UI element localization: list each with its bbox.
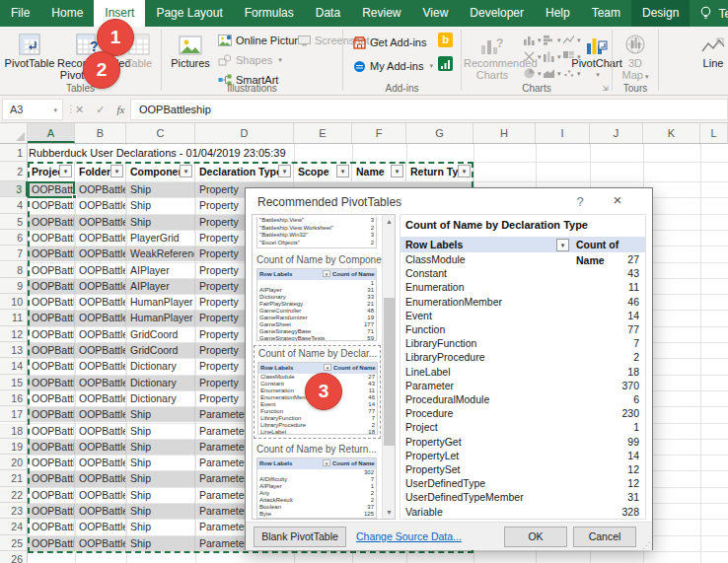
filter-dropdown-icon[interactable]: ▾ — [458, 165, 471, 177]
tab-developer[interactable]: Developer — [459, 0, 535, 27]
row-labels-filter-icon[interactable]: ▾ — [556, 239, 569, 251]
table-header-folder[interactable]: Folder▾ — [75, 162, 126, 181]
area-chart-dropdown-button[interactable]: ▾ — [543, 65, 562, 82]
cell-A15[interactable]: OOPBattleship — [28, 375, 75, 390]
filter-dropdown-icon[interactable]: ▾ — [391, 165, 403, 177]
cell-C21[interactable]: Ship — [126, 470, 195, 486]
row-header-9[interactable]: 9 — [0, 278, 28, 294]
column-header-L[interactable]: L — [700, 123, 728, 143]
change-source-data-link[interactable]: Change Source Data... — [356, 530, 462, 542]
pivotchart-button[interactable]: PivotChart ▾ — [582, 30, 612, 81]
scrollbar-thumb[interactable] — [384, 298, 395, 446]
table-header-project[interactable]: Project▾ — [28, 162, 75, 181]
filter-dropdown-icon[interactable]: ▾ — [110, 165, 123, 177]
charts-dialog-launcher-icon[interactable]: ⇲ — [602, 84, 609, 93]
get-addins-button[interactable]: Get Add-ins — [353, 34, 426, 51]
cell-C11[interactable]: HumanPlayer — [126, 310, 195, 325]
cell-C16[interactable]: Dictionary — [126, 390, 195, 406]
cell-B13[interactable]: OOPBattleship — [75, 342, 126, 358]
cell-A4[interactable]: OOPBattleship — [28, 197, 75, 213]
cell-C22[interactable]: Ship — [126, 487, 195, 503]
my-addins-button[interactable]: My Add-ins ▾ — [353, 57, 433, 75]
cell-B23[interactable]: OOPBattleship — [75, 503, 126, 519]
row-header-12[interactable]: 12 — [0, 326, 28, 342]
confirm-entry-icon[interactable]: ✓ — [96, 104, 105, 116]
column-header-K[interactable]: K — [643, 123, 700, 143]
row-header-3[interactable]: 3 — [0, 181, 28, 197]
cell-C5[interactable]: Ship — [126, 214, 195, 230]
cell-C14[interactable]: Dictionary — [126, 358, 195, 374]
filter-dropdown-icon[interactable]: ▾ — [180, 165, 192, 177]
cell-C24[interactable]: Ship — [126, 519, 195, 534]
column-header-F[interactable]: F — [352, 123, 406, 143]
filter-dropdown-icon[interactable]: ▾ — [59, 165, 72, 177]
cell-A16[interactable]: OOPBattleship — [28, 390, 75, 406]
cell-A7[interactable]: OOPBattleship — [28, 246, 75, 261]
cell-A6[interactable]: OOPBattleship — [28, 230, 75, 246]
table-header-scope[interactable]: Scope▾ — [294, 162, 352, 181]
tab-review[interactable]: Review — [351, 0, 411, 27]
cell-A3[interactable]: OOPBattleship — [28, 181, 75, 197]
row-header-21[interactable]: 21 — [0, 470, 28, 486]
cell-B6[interactable]: OOPBattleship — [75, 230, 126, 246]
name-box[interactable]: A3 ▾ — [2, 99, 63, 120]
tab-file[interactable]: File — [0, 0, 40, 27]
cancel-button[interactable]: Cancel — [573, 527, 636, 547]
tab-design[interactable]: Design — [631, 0, 690, 27]
online-pictures-button[interactable]: Online Pictures — [218, 32, 310, 49]
cell-A8[interactable]: OOPBattleship — [28, 262, 75, 278]
cell-C23[interactable]: Ship — [126, 503, 195, 519]
row-header-25[interactable]: 25 — [0, 535, 28, 551]
row-header-14[interactable]: 14 — [0, 358, 28, 374]
cell-B4[interactable]: OOPBattleship — [75, 197, 126, 213]
cancel-entry-icon[interactable]: ✕ — [75, 104, 84, 116]
pie-chart-dropdown-button[interactable]: ▾ — [523, 65, 543, 82]
resize-grip-icon[interactable]: ⋰ — [642, 540, 651, 550]
row-header-16[interactable]: 16 — [0, 390, 28, 406]
cell-C7[interactable]: WeakReference — [126, 246, 195, 261]
cell-A21[interactable]: OOPBattleship — [28, 470, 75, 486]
pivottable-button[interactable]: PivotTable — [4, 30, 55, 69]
formula-input[interactable]: OOPBattleship — [130, 99, 728, 120]
tab-formulas[interactable]: Formulas — [234, 0, 305, 27]
cell-C18[interactable]: Ship — [126, 423, 195, 439]
tab-home[interactable]: Home — [40, 0, 94, 27]
cell-A12[interactable]: OOPBattleship — [28, 326, 75, 342]
cell-B21[interactable]: OOPBattleship — [75, 470, 126, 486]
row-header-24[interactable]: 24 — [0, 519, 28, 534]
row-header-13[interactable]: 13 — [0, 342, 28, 358]
line-chart-dropdown-button[interactable]: ▾ — [562, 32, 582, 48]
row-header-19[interactable]: 19 — [0, 439, 28, 455]
cell-A25[interactable]: OOPBattleship — [28, 535, 75, 551]
cell-B8[interactable]: OOPBattleship — [75, 262, 126, 278]
cell-A11[interactable]: OOPBattleship — [28, 310, 75, 325]
cell-B22[interactable]: OOPBattleship — [75, 487, 126, 503]
cell-B11[interactable]: OOPBattleship — [75, 310, 126, 325]
row-header-11[interactable]: 11 — [0, 310, 28, 325]
cell-C9[interactable]: AIPlayer — [126, 278, 195, 294]
histogram-chart-dropdown-button[interactable]: ▾ — [543, 48, 562, 65]
row-header-10[interactable]: 10 — [0, 294, 28, 310]
tell-me-box[interactable]: Tell me what you want to do — [690, 0, 728, 27]
shapes-button[interactable]: Shapes ▾ — [218, 51, 282, 69]
row-header-1[interactable]: 1 — [0, 144, 28, 162]
row-header-22[interactable]: 22 — [0, 487, 28, 503]
scroll-down-icon[interactable]: ▼ — [383, 506, 396, 519]
column-header-H[interactable]: H — [473, 123, 536, 143]
bing-maps-addin-icon[interactable]: b — [438, 33, 453, 47]
cell-C12[interactable]: GridCoord — [126, 326, 195, 342]
cell-A9[interactable]: OOPBattleship — [28, 278, 75, 294]
row-header-6[interactable]: 6 — [0, 230, 28, 246]
cell-C3[interactable]: Ship — [126, 181, 195, 197]
fill-handle[interactable] — [72, 194, 77, 199]
cell-A18[interactable]: OOPBattleship — [28, 423, 75, 439]
table-header-name[interactable]: Name▾ — [352, 162, 406, 181]
cell-A10[interactable]: OOPBattleship — [28, 294, 75, 310]
cell-A14[interactable]: OOPBattleship — [28, 358, 75, 374]
cell-B9[interactable]: OOPBattleship — [75, 278, 126, 294]
recommended-charts-button[interactable]: ? Recommended Charts — [464, 30, 521, 81]
tab-data[interactable]: Data — [305, 0, 351, 27]
filter-dropdown-icon[interactable]: ▾ — [336, 165, 349, 177]
table-header-component[interactable]: Component▾ — [126, 162, 195, 181]
pivot-preview-partial[interactable]: "Battleship.View"3"Battleship.View.Works… — [256, 217, 377, 248]
